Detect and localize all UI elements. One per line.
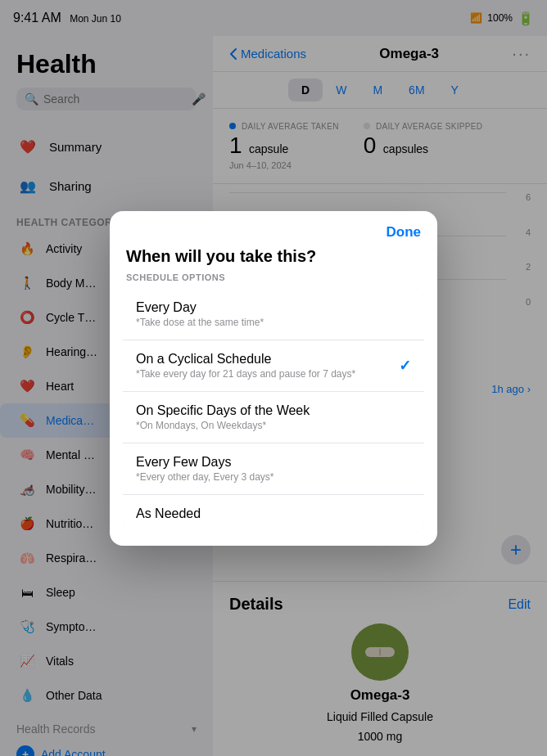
option-every-few-days-text: Every Few Days *Every other day, Every 3…	[136, 455, 274, 483]
option-as-needed-text: As Needed	[136, 506, 201, 521]
option-every-day-text: Every Day *Take dose at the same time*	[136, 300, 264, 328]
option-cyclical-text: On a Cyclical Schedule *Take every day f…	[136, 352, 355, 380]
option-specific-days-title: On Specific Days of the Week	[136, 403, 310, 418]
schedule-options-list: Every Day *Take dose at the same time* O…	[123, 289, 424, 533]
option-every-day-title: Every Day	[136, 300, 264, 315]
modal-header: Done	[110, 211, 437, 247]
option-cyclical[interactable]: On a Cyclical Schedule *Take every day f…	[123, 340, 424, 392]
option-every-day[interactable]: Every Day *Take dose at the same time*	[123, 289, 424, 340]
option-cyclical-subtitle: *Take every day for 21 days and pause fo…	[136, 368, 355, 380]
option-every-few-days-subtitle: *Every other day, Every 3 days*	[136, 471, 274, 483]
option-specific-days-text: On Specific Days of the Week *On Mondays…	[136, 403, 310, 431]
option-specific-days-subtitle: *On Mondays, On Weekdays*	[136, 420, 310, 431]
option-every-day-subtitle: *Take dose at the same time*	[136, 317, 264, 328]
schedule-modal: Done When will you take this? SCHEDULE O…	[110, 211, 437, 546]
option-specific-days[interactable]: On Specific Days of the Week *On Mondays…	[123, 392, 424, 443]
option-cyclical-title: On a Cyclical Schedule	[136, 352, 355, 367]
option-every-few-days-title: Every Few Days	[136, 455, 274, 470]
option-as-needed-title: As Needed	[136, 506, 201, 521]
cyclical-checkmark: ✓	[399, 357, 411, 375]
option-every-few-days[interactable]: Every Few Days *Every other day, Every 3…	[123, 443, 424, 495]
modal-overlay: Done When will you take this? SCHEDULE O…	[0, 0, 547, 756]
modal-done-button[interactable]: Done	[387, 224, 422, 241]
modal-section-label: SCHEDULE OPTIONS	[110, 272, 437, 289]
option-as-needed[interactable]: As Needed	[123, 495, 424, 533]
modal-title: When will you take this?	[110, 247, 437, 272]
